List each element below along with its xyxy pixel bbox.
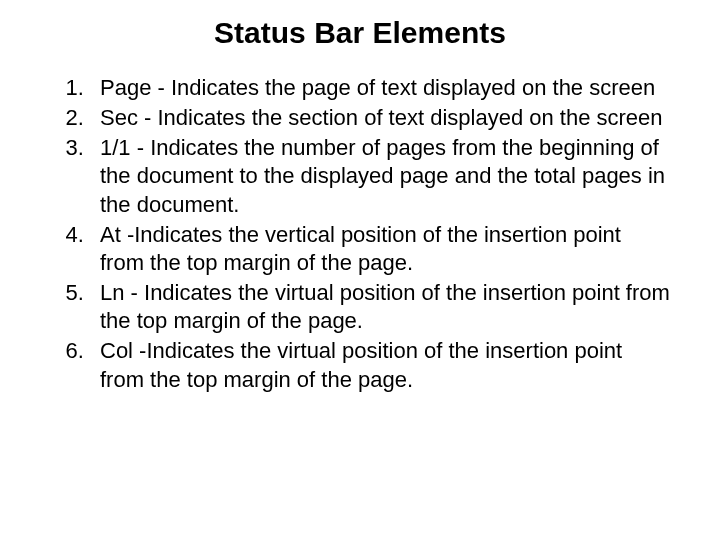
list-item: Ln - Indicates the virtual position of t… bbox=[90, 279, 670, 335]
list-item: 1/1 - Indicates the number of pages from… bbox=[90, 134, 670, 218]
list-item: Col -Indicates the virtual position of t… bbox=[90, 337, 670, 393]
list-item: At -Indicates the vertical position of t… bbox=[90, 221, 670, 277]
slide: Status Bar Elements Page - Indicates the… bbox=[0, 0, 720, 540]
numbered-list: Page - Indicates the page of text displa… bbox=[40, 74, 680, 394]
slide-title: Status Bar Elements bbox=[40, 16, 680, 50]
list-item: Page - Indicates the page of text displa… bbox=[90, 74, 670, 102]
list-item: Sec - Indicates the section of text disp… bbox=[90, 104, 670, 132]
